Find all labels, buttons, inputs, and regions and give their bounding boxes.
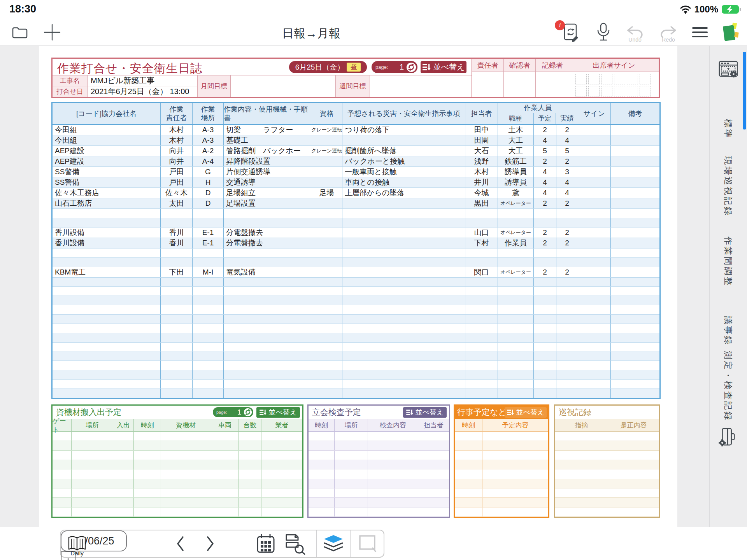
cell-company[interactable] [53,361,161,370]
cell-note[interactable] [611,218,659,227]
cell-hazard[interactable] [342,209,465,218]
cell-hazard[interactable]: 車両との接触 [342,177,465,187]
table-row[interactable] [53,361,659,370]
cell-hazard[interactable] [342,248,465,257]
cell-person[interactable]: 関口 [465,267,498,277]
cell-sign[interactable] [578,177,611,187]
cell-qualification[interactable] [311,287,342,296]
sheet-tab[interactable]: 測定・検査記録 [722,351,734,422]
cell-actual[interactable] [556,389,578,398]
table-row[interactable] [53,380,659,389]
table-row[interactable] [53,258,659,267]
inspection-row[interactable] [309,479,449,488]
cell-place[interactable]: H [193,177,224,187]
cell-trade[interactable] [498,380,534,388]
cell-trade[interactable] [498,352,534,361]
cell-actual[interactable] [556,248,578,257]
cell-place[interactable] [193,315,224,324]
cell-place[interactable]: M-I [193,267,224,277]
cell-company[interactable]: AEP建設 [53,146,161,156]
inspection-row[interactable] [309,488,449,498]
cell-trade[interactable] [498,389,534,398]
cell-actual[interactable] [556,333,578,342]
cell-person[interactable] [465,258,498,267]
cell-work[interactable] [224,370,311,379]
cell-trade[interactable] [498,333,534,342]
cell-company[interactable] [53,352,161,361]
cell-note[interactable] [611,188,659,198]
sheet-tab[interactable]: 標準 [722,119,734,139]
table-row[interactable] [53,370,659,380]
materials-row[interactable] [53,488,302,498]
cell-sign[interactable] [578,248,611,257]
sign-box[interactable] [588,86,600,96]
cell-work[interactable] [224,389,311,398]
sign-box[interactable] [627,86,638,96]
materials-row[interactable] [53,498,302,507]
table-row[interactable] [53,305,659,315]
cell-note[interactable] [611,177,659,187]
cell-sign[interactable] [578,156,611,166]
cell-manager[interactable]: 木村 [161,135,193,145]
cell-manager[interactable]: 下田 [161,267,193,277]
cell-qualification[interactable]: クレーン運転 [311,146,342,156]
cell-hazard[interactable] [342,333,465,342]
table-row[interactable] [53,389,659,398]
cell-place[interactable] [193,258,224,267]
cell-company[interactable]: KBM電工 [53,267,161,277]
cell-qualification[interactable]: クレーン運転 [311,125,342,135]
cell-sign[interactable] [578,228,611,238]
patrol-row[interactable] [555,432,659,441]
cell-note[interactable] [611,125,659,135]
cell-company[interactable] [53,218,161,227]
cell-manager[interactable] [161,343,193,352]
cell-work[interactable] [224,305,311,314]
cell-actual[interactable]: 3 [556,167,578,177]
cell-hazard[interactable] [342,135,465,145]
cell-manager[interactable] [161,361,193,370]
cell-qualification[interactable] [311,218,342,227]
cell-planned[interactable] [534,324,556,333]
cell-trade[interactable] [498,287,534,296]
cell-manager[interactable] [161,324,193,333]
cell-trade[interactable] [498,324,534,333]
cell-hazard[interactable] [342,258,465,267]
cell-qualification[interactable] [311,324,342,333]
cell-person[interactable] [465,287,498,296]
table-row[interactable] [53,343,659,352]
cell-trade[interactable]: オペレーター [498,198,534,208]
cell-actual[interactable] [556,218,578,227]
cell-planned[interactable]: 2 [534,125,556,135]
cell-note[interactable] [611,380,659,388]
cell-work[interactable]: 切梁 ラフター [224,125,311,135]
cell-person[interactable]: 山口 [465,228,498,238]
cell-actual[interactable]: 2 [556,238,578,248]
cell-sign[interactable] [578,305,611,314]
cell-planned[interactable]: 5 [534,146,556,156]
cell-person[interactable]: 大石 [465,146,498,156]
cell-place[interactable]: E-1 [193,238,224,248]
cell-company[interactable] [53,343,161,352]
events-sort-button[interactable]: 並べ替え [505,407,547,418]
cell-sign[interactable] [578,209,611,218]
cell-trade[interactable] [498,315,534,324]
cell-sign[interactable] [578,287,611,296]
cell-trade[interactable] [498,258,534,267]
table-row[interactable] [53,296,659,305]
cell-planned[interactable]: 2 [534,267,556,277]
cell-company[interactable] [53,389,161,398]
cell-hazard[interactable] [342,287,465,296]
cell-planned[interactable]: 4 [534,177,556,187]
cell-person[interactable]: 黒田 [465,198,498,208]
cell-trade[interactable]: 鉄筋工 [498,156,534,166]
cell-manager[interactable] [161,380,193,388]
cell-note[interactable] [611,389,659,398]
cell-trade[interactable]: 作業員 [498,238,534,248]
cell-actual[interactable] [556,209,578,218]
cell-work[interactable]: 片側交通誘導 [224,167,311,177]
cell-person[interactable] [465,343,498,352]
cell-work[interactable]: 分電盤撤去 [224,238,311,248]
cell-qualification[interactable] [311,156,342,166]
cell-manager[interactable] [161,278,193,287]
cell-manager[interactable]: 太田 [161,198,193,208]
